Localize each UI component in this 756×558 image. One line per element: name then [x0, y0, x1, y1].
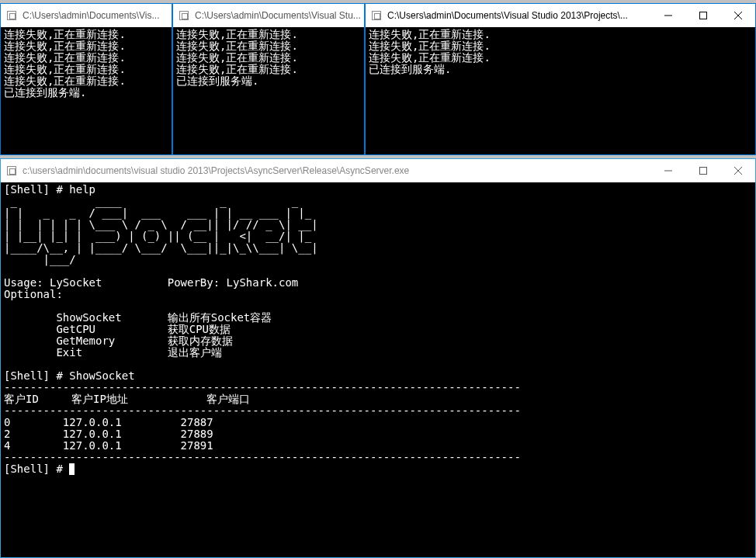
minimize-button[interactable]	[650, 159, 685, 182]
titlebar[interactable]: c:\users\admin\documents\visual studio 2…	[1, 159, 755, 182]
terminal-output[interactable]: [Shell] # help _ ____ _ _ | | _ _ / ___|…	[1, 182, 755, 557]
app-icon	[179, 11, 189, 20]
terminal-output[interactable]: 连接失败,正在重新连接. 连接失败,正在重新连接. 连接失败,正在重新连接. 连…	[173, 27, 364, 154]
server-window: c:\users\admin\documents\visual studio 2…	[0, 158, 756, 558]
window-controls	[650, 4, 755, 27]
app-icon	[7, 11, 16, 20]
window-controls	[650, 159, 755, 182]
titlebar[interactable]: C:\Users\admin\Documents\Visual Studio 2…	[366, 4, 755, 27]
client-window-2: C:\Users\admin\Documents\Visual Stu... 连…	[172, 3, 365, 155]
maximize-button[interactable]	[685, 4, 720, 27]
window-title: C:\Users\admin\Documents\Visual Studio 2…	[387, 10, 628, 21]
window-title: C:\Users\admin\Documents\Vis...	[23, 10, 160, 21]
client-window-3: C:\Users\admin\Documents\Visual Studio 2…	[365, 3, 756, 155]
close-button[interactable]	[720, 4, 755, 27]
close-button[interactable]	[720, 159, 755, 182]
titlebar[interactable]: C:\Users\admin\Documents\Vis...	[1, 4, 172, 27]
titlebar[interactable]: C:\Users\admin\Documents\Visual Stu...	[173, 4, 364, 27]
window-title: c:\users\admin\documents\visual studio 2…	[23, 165, 650, 176]
client-window-1: C:\Users\admin\Documents\Vis... 连接失败,正在重…	[0, 3, 172, 155]
svg-rect-1	[699, 12, 706, 19]
svg-rect-5	[699, 168, 706, 175]
minimize-button[interactable]	[650, 4, 685, 27]
app-icon	[7, 166, 16, 175]
maximize-button[interactable]	[685, 159, 720, 182]
terminal-output[interactable]: 连接失败,正在重新连接. 连接失败,正在重新连接. 连接失败,正在重新连接. 已…	[366, 27, 755, 154]
window-title: C:\Users\admin\Documents\Visual Stu...	[195, 10, 361, 21]
cursor	[69, 463, 75, 475]
terminal-output[interactable]: 连接失败,正在重新连接. 连接失败,正在重新连接. 连接失败,正在重新连接. 连…	[1, 27, 172, 154]
app-icon	[372, 11, 381, 20]
